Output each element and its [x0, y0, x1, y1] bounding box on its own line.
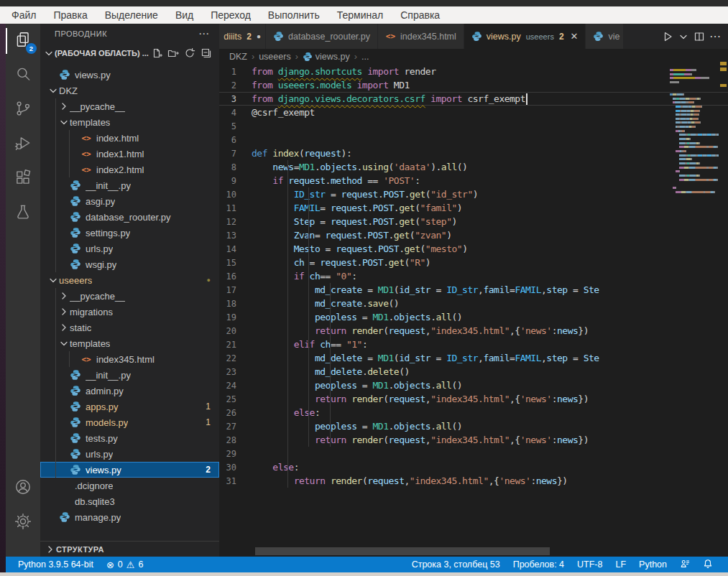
activity-search[interactable]	[6, 58, 40, 93]
tab-vie[interactable]: vie	[586, 24, 623, 49]
menu-item-Вид[interactable]: Вид	[167, 8, 202, 22]
code-line-29[interactable]: 29	[219, 447, 728, 460]
more-actions-icon[interactable]: ⋯	[198, 27, 209, 40]
status-problems[interactable]: ⊗0⚠6	[101, 557, 148, 572]
tree-folder-DKZ[interactable]: DKZ	[40, 83, 219, 98]
tree-file-.dcignore[interactable]: .dcignore	[40, 478, 219, 493]
status-indentation[interactable]: Пробелов: 4	[508, 557, 569, 572]
editor-more-actions[interactable]: ⋯	[709, 29, 721, 43]
tree-folder-__pycache__[interactable]: __pycache__	[40, 288, 219, 304]
status-eol[interactable]: LF	[610, 557, 631, 572]
menu-item-Выделение[interactable]: Выделение	[96, 8, 167, 22]
run-button[interactable]	[662, 31, 673, 42]
tree-folder-migrations[interactable]: migrations	[40, 304, 219, 320]
breadcrumb-item-views.py[interactable]: views.py	[303, 52, 350, 62]
code-line-18[interactable]: 18 md_create.save()	[219, 297, 728, 310]
menu-item-Файл[interactable]: Файл	[3, 8, 45, 22]
new-folder-icon[interactable]	[167, 47, 179, 59]
tree-folder-useeers[interactable]: useeers●	[40, 272, 219, 288]
code-line-15[interactable]: 15 ch = request.POST.get("R")	[219, 256, 728, 269]
tree-file-index345.html[interactable]: <>index345.html	[40, 351, 219, 367]
code-line-25[interactable]: 25 return render(request,"index345.html"…	[219, 392, 728, 406]
code-line-26[interactable]: 26 else:	[219, 406, 728, 419]
tab-views.py[interactable]: views.pyuseeers2✕	[464, 24, 586, 49]
status-python-interpreter[interactable]: Python 3.9.5 64-bit	[13, 557, 98, 572]
tree-file-tests.py[interactable]: tests.py	[40, 430, 219, 446]
close-icon[interactable]: ✕	[571, 31, 579, 42]
menu-item-Переход[interactable]: Переход	[202, 8, 259, 22]
tree-folder-static[interactable]: static	[40, 320, 219, 335]
code-line-28[interactable]: 28 return render(request,"index345.html"…	[219, 433, 728, 447]
menu-item-Справка[interactable]: Справка	[392, 8, 448, 22]
collapse-all-icon[interactable]	[201, 47, 212, 59]
tree-file-__init__.py[interactable]: __init__.py	[40, 367, 219, 383]
code-line-9[interactable]: 9 if request.method == 'POST':	[219, 174, 728, 187]
status-cursor-position[interactable]: Строка 3, столбец 53	[407, 557, 505, 572]
code-line-21[interactable]: 21 elif ch== "1":	[219, 338, 728, 351]
tree-folder-__pycache__[interactable]: __pycache__	[40, 98, 219, 114]
code-line-5[interactable]: 5	[219, 119, 728, 133]
breadcrumb-item-DKZ[interactable]: DKZ	[229, 52, 247, 62]
tab-database_roouter.py[interactable]: database_roouter.py	[266, 24, 377, 49]
menu-item-Выполнить[interactable]: Выполнить	[259, 8, 328, 22]
tree-file-urls.py[interactable]: urls.py	[40, 446, 219, 462]
breadcrumb-item-...[interactable]: ...	[361, 52, 369, 62]
tree-file-urls.py[interactable]: urls.py	[40, 241, 219, 256]
tree-file-database_roouter.py[interactable]: database_roouter.py	[40, 209, 219, 225]
minimap[interactable]	[668, 61, 719, 194]
tree-folder-templates[interactable]: templates	[40, 114, 219, 130]
code-line-10[interactable]: 10 ID_str = request.POST.get("id_str")	[219, 187, 728, 201]
tree-file-index2.html[interactable]: <>index2.html	[40, 162, 219, 177]
breadcrumb-item-useeers[interactable]: useeers	[259, 52, 290, 62]
tree-file-wsgi.py[interactable]: wsgi.py	[40, 256, 219, 272]
tree-file-manage.py[interactable]: manage.py	[40, 509, 219, 525]
tree-file-index.html[interactable]: <>index.html	[40, 130, 219, 146]
code-line-12[interactable]: 12 Step = request.POST.get("step")	[219, 215, 728, 228]
tree-file-views.py[interactable]: views.py	[40, 67, 219, 83]
tab-diiits[interactable]: diiits2●	[219, 24, 265, 49]
code-line-2[interactable]: 2from useeers.models import MD1	[219, 78, 728, 92]
tree-file-db.sqlite3[interactable]: db.sqlite3	[40, 493, 219, 509]
tree-file-views.py[interactable]: views.py2	[40, 462, 219, 478]
code-line-24[interactable]: 24 peopless = MD1.objects.all()	[219, 378, 728, 392]
activity-testing[interactable]	[6, 196, 40, 231]
outline-section-header[interactable]: СТРУКТУРА	[40, 541, 219, 557]
activity-explorer[interactable]: 2	[6, 24, 40, 58]
code-line-31[interactable]: 31 return render(request,"index345.html"…	[219, 474, 728, 488]
tree-file-apps.py[interactable]: apps.py1	[40, 399, 219, 414]
code-line-22[interactable]: 22 md_delete = MD1(id_str = ID_str,famil…	[219, 351, 728, 365]
status-encoding[interactable]: UTF-8	[572, 557, 607, 572]
code-line-19[interactable]: 19 peopless = MD1.objects.all()	[219, 310, 728, 324]
workspace-section-header[interactable]: (РАБОЧАЯ ОБЛАСТЬ) ...	[40, 43, 219, 63]
tree-file-__init__.py[interactable]: __init__.py	[40, 177, 219, 193]
menu-item-Правка[interactable]: Правка	[45, 8, 96, 22]
code-line-7[interactable]: 7def index(request):	[219, 147, 728, 160]
split-editor-button[interactable]	[694, 31, 705, 42]
activity-extensions[interactable]	[6, 162, 40, 196]
new-file-icon[interactable]	[151, 47, 162, 59]
code-line-16[interactable]: 16 if ch== "0":	[219, 269, 728, 283]
code-line-4[interactable]: 4@csrf_exempt	[219, 106, 728, 119]
tree-file-models.py[interactable]: models.py1	[40, 414, 219, 430]
run-dropdown[interactable]	[678, 31, 689, 42]
horizontal-scrollbar[interactable]	[255, 547, 550, 555]
status-feedback[interactable]	[675, 557, 695, 572]
activity-run-debug[interactable]	[6, 127, 40, 162]
tree-file-admin.py[interactable]: admin.py	[40, 383, 219, 399]
tree-file-asgi.py[interactable]: asgi.py	[40, 193, 219, 209]
code-line-11[interactable]: 11 FAMIL= request.POST.get("famil")	[219, 201, 728, 215]
code-line-23[interactable]: 23 md_delete.delete()	[219, 365, 728, 378]
code-line-14[interactable]: 14 Mesto = request.POST.get("mesto")	[219, 242, 728, 256]
activity-accounts[interactable]	[6, 471, 40, 506]
code-line-6[interactable]: 6	[219, 133, 728, 147]
menu-item-Терминал[interactable]: Терминал	[328, 8, 392, 22]
tree-folder-templates[interactable]: templates	[40, 335, 219, 351]
activity-settings[interactable]	[6, 506, 40, 540]
code-line-8[interactable]: 8 news=MD1.objects.using('daata').all()	[219, 160, 728, 174]
code-line-30[interactable]: 30 else:	[219, 460, 728, 474]
code-line-17[interactable]: 17 md_create = MD1(id_str = ID_str,famil…	[219, 283, 728, 297]
tree-file-settings.py[interactable]: settings.py	[40, 225, 219, 241]
status-language-mode[interactable]: Python	[634, 557, 672, 572]
code-line-27[interactable]: 27 peopless = MD1.objects.all()	[219, 419, 728, 433]
code-line-20[interactable]: 20 return render(request,"index345.html"…	[219, 324, 728, 338]
